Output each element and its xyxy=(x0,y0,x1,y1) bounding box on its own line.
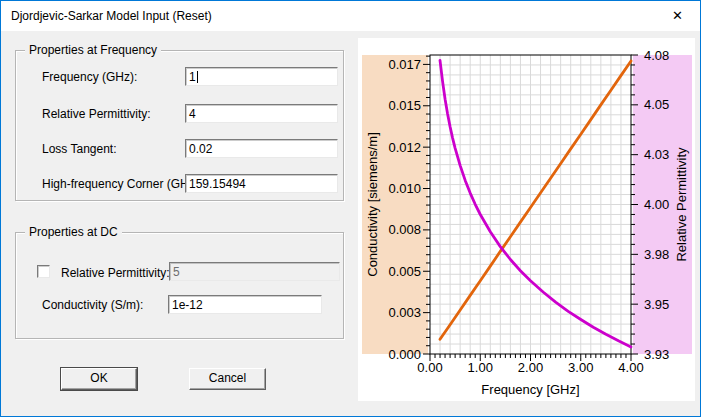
hf-corner-label: High-frequency Corner (GHz): xyxy=(42,176,202,192)
right-axis-title: Relative Permittivity xyxy=(674,147,689,262)
frequency-input[interactable]: 1 xyxy=(185,67,338,86)
left-tick-label: 0.012 xyxy=(388,140,421,155)
text-cursor xyxy=(197,71,198,83)
dc-permittivity-input: 5 xyxy=(169,262,340,281)
left-tick-label: 0.000 xyxy=(388,347,421,362)
x-tick-label: 0.00 xyxy=(417,360,442,375)
properties-at-dc-group: Properties at DC xyxy=(15,232,344,339)
x-axis-title: Frequency [GHz] xyxy=(481,382,579,397)
ok-button[interactable]: OK xyxy=(61,368,137,390)
frequency-label: Frequency (GHz): xyxy=(42,69,137,85)
left-tick-label: 0.010 xyxy=(388,181,421,196)
close-icon: ✕ xyxy=(672,8,683,23)
right-tick-label: 3.93 xyxy=(644,347,669,362)
left-tick-label: 0.017 xyxy=(388,57,421,72)
dc-conductivity-label: Conductivity (S/m): xyxy=(42,297,143,313)
x-tick-label: 4.00 xyxy=(618,360,643,375)
close-button[interactable]: ✕ xyxy=(655,1,700,30)
loss-tangent-input[interactable]: 0.02 xyxy=(185,139,338,158)
dc-conductivity-input[interactable]: 1e-12 xyxy=(168,295,322,314)
title-bar: Djordjevic-Sarkar Model Input (Reset) ✕ xyxy=(1,1,700,31)
hf-corner-input[interactable]: 159.15494 xyxy=(185,174,338,193)
dc-permittivity-label: Relative Permittivity: xyxy=(61,265,170,281)
right-tick-label: 4.08 xyxy=(644,48,669,63)
loss-tangent-label: Loss Tangent: xyxy=(42,141,117,157)
dc-permittivity-checkbox[interactable] xyxy=(37,265,50,278)
right-tick-label: 3.98 xyxy=(644,247,669,262)
chart-panel: 0.0000.0030.0050.0080.0100.0120.0150.017… xyxy=(358,38,695,401)
relative-permittivity-input[interactable]: 4 xyxy=(185,104,338,123)
x-tick-label: 2.00 xyxy=(518,360,543,375)
right-tick-label: 4.00 xyxy=(644,197,669,212)
left-tick-label: 0.015 xyxy=(388,98,421,113)
left-axis-title: Conductivity [siemens/m] xyxy=(365,132,380,277)
dc-group-title: Properties at DC xyxy=(25,225,122,239)
cancel-button[interactable]: Cancel xyxy=(189,368,266,390)
x-tick-label: 1.00 xyxy=(468,360,493,375)
right-tick-label: 4.05 xyxy=(644,97,669,112)
left-tick-label: 0.008 xyxy=(388,222,421,237)
right-tick-label: 4.03 xyxy=(644,147,669,162)
relative-permittivity-label: Relative Permittivity: xyxy=(42,106,151,122)
ds-model-chart: 0.0000.0030.0050.0080.0100.0120.0150.017… xyxy=(358,38,695,401)
frequency-group-title: Properties at Frequency xyxy=(25,43,161,57)
left-tick-label: 0.003 xyxy=(388,305,421,320)
left-tick-label: 0.005 xyxy=(388,264,421,279)
window-title: Djordjevic-Sarkar Model Input (Reset) xyxy=(11,9,212,23)
djordjevic-sarkar-dialog: Djordjevic-Sarkar Model Input (Reset) ✕ … xyxy=(0,0,701,417)
x-tick-label: 3.00 xyxy=(568,360,593,375)
right-tick-label: 3.95 xyxy=(644,297,669,312)
